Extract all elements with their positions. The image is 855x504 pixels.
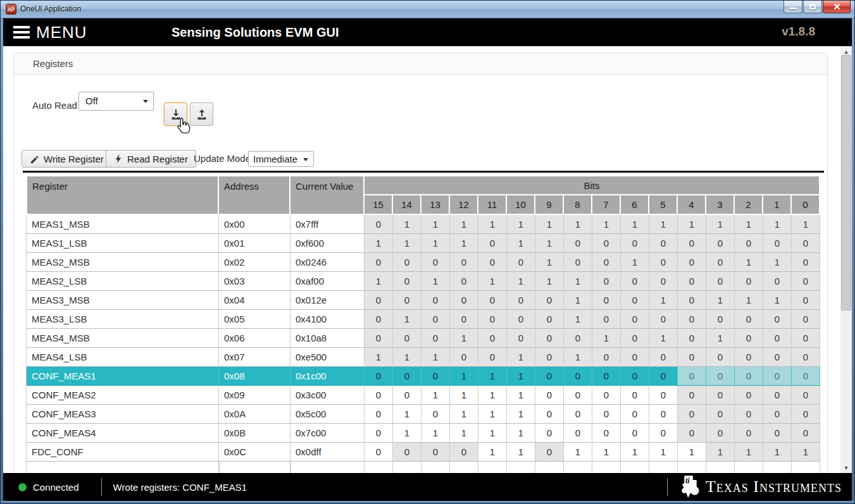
address-cell[interactable]: 0x06 <box>219 329 290 348</box>
bit-cell[interactable]: 1 <box>621 443 649 462</box>
bit-cell[interactable]: 0 <box>365 405 393 424</box>
scrollbar-thumb[interactable] <box>841 55 851 310</box>
bit-cell[interactable]: 0 <box>535 367 564 386</box>
bit-cell[interactable]: 1 <box>450 367 478 386</box>
address-cell[interactable]: 0x05 <box>219 310 290 329</box>
bit-cell[interactable]: 0 <box>393 386 421 405</box>
read-all-registers-button[interactable] <box>164 102 187 126</box>
address-cell[interactable]: 0x01 <box>219 234 290 253</box>
bit-cell[interactable]: 1 <box>507 386 535 405</box>
address-cell[interactable]: 0x02 <box>219 253 290 272</box>
bit-cell[interactable]: 1 <box>478 443 507 462</box>
close-button[interactable] <box>823 1 851 13</box>
table-row[interactable]: MEAS1_MSB0x000x7fff0111111111111111 <box>26 215 820 234</box>
table-row[interactable]: CONF_MEAS10x080x1c000001110000000000 <box>26 367 820 386</box>
bit-cell[interactable]: 0 <box>564 405 592 424</box>
address-cell[interactable]: 0x03 <box>219 272 290 291</box>
current-value-cell[interactable]: 0x012e <box>290 291 365 310</box>
vertical-scrollbar[interactable]: ▲ ▼ <box>840 46 852 473</box>
current-value-cell[interactable]: 0x10a8 <box>290 329 365 348</box>
bit-cell[interactable]: 0 <box>621 424 649 443</box>
register-name-cell[interactable]: MEAS2_MSB <box>26 253 219 272</box>
register-name-cell[interactable]: MEAS3_MSB <box>26 291 219 310</box>
bit-cell[interactable]: 0 <box>621 386 649 405</box>
current-value-cell[interactable]: 0x7c00 <box>290 424 365 443</box>
current-value-cell[interactable]: 0x3c00 <box>290 386 365 405</box>
update-mode-select[interactable]: Immediate <box>248 151 314 167</box>
current-value-cell[interactable]: 0x1c00 <box>290 367 365 386</box>
address-cell[interactable]: 0x08 <box>219 367 290 386</box>
address-cell[interactable]: 0x09 <box>219 386 290 405</box>
hamburger-menu-icon[interactable] <box>13 26 30 39</box>
bit-cell[interactable]: 1 <box>507 424 535 443</box>
table-row[interactable]: MEAS4_MSB0x060x10a80001000010101000 <box>26 329 820 348</box>
bit-cell[interactable]: 1 <box>393 424 421 443</box>
auto-read-select[interactable]: Off <box>78 92 154 111</box>
current-value-cell[interactable]: 0xe500 <box>290 348 365 367</box>
bit-cell[interactable]: 1 <box>478 424 507 443</box>
table-row[interactable]: CONF_MEAS30x0A0x5c000101110000000000 <box>26 405 820 424</box>
register-name-cell[interactable]: MEAS4_LSB <box>26 348 219 367</box>
address-cell[interactable]: 0x00 <box>219 215 290 234</box>
bit-cell[interactable]: 1 <box>450 424 478 443</box>
bit-cell[interactable]: 0 <box>564 424 592 443</box>
table-row[interactable]: MEAS3_LSB0x050x41000100000100000000 <box>26 310 820 329</box>
bit-cell[interactable]: 1 <box>393 405 421 424</box>
bit-cell[interactable]: 0 <box>649 405 678 424</box>
bit-cell[interactable]: 0 <box>535 386 564 405</box>
bit-cell[interactable]: 1 <box>478 386 507 405</box>
current-value-cell[interactable]: 0x5c00 <box>290 405 365 424</box>
current-value-cell[interactable]: 0xaf00 <box>290 272 365 291</box>
bit-cell[interactable]: 0 <box>421 367 450 386</box>
bit-cell[interactable]: 0 <box>365 424 393 443</box>
table-row[interactable]: MEAS3_MSB0x040x012e0000000100101110 <box>26 291 820 310</box>
register-name-cell[interactable]: FDC_CONF <box>26 443 219 462</box>
register-name-cell[interactable]: CONF_MEAS1 <box>26 367 219 386</box>
address-cell[interactable]: 0x0A <box>219 405 290 424</box>
register-name-cell[interactable]: MEAS4_MSB <box>26 329 219 348</box>
bit-cell[interactable]: 0 <box>393 367 421 386</box>
bit-cell[interactable]: 0 <box>649 386 678 405</box>
address-cell[interactable]: 0x0B <box>219 424 290 443</box>
read-register-button[interactable]: Read Register <box>106 150 196 168</box>
menu-button[interactable]: MENU <box>36 23 87 42</box>
bit-cell[interactable]: 0 <box>421 405 450 424</box>
register-name-cell[interactable]: MEAS1_LSB <box>26 234 219 253</box>
bit-cell[interactable]: 0 <box>621 405 649 424</box>
register-name-cell[interactable]: CONF_MEAS2 <box>26 386 219 405</box>
bit-cell[interactable]: 0 <box>621 367 649 386</box>
minimize-button[interactable] <box>783 1 802 13</box>
current-value-cell[interactable]: 0x0246 <box>290 253 365 272</box>
bit-cell[interactable]: 0 <box>592 386 621 405</box>
current-value-cell[interactable]: 0x4100 <box>290 310 365 329</box>
bit-cell[interactable]: 0 <box>535 424 564 443</box>
current-value-cell[interactable]: 0x7fff <box>290 215 365 234</box>
bit-cell[interactable]: 1 <box>678 443 706 462</box>
address-cell[interactable]: 0x07 <box>219 348 290 367</box>
bit-cell[interactable]: 0 <box>592 424 621 443</box>
table-row[interactable]: CONF_MEAS20x090x3c000011110000000000 <box>26 386 820 405</box>
bit-cell[interactable]: 1 <box>649 443 678 462</box>
bit-cell[interactable]: 1 <box>592 443 621 462</box>
table-row[interactable]: MEAS2_LSB0x030xaf001010111100000000 <box>26 272 820 291</box>
maximize-button[interactable] <box>803 1 822 13</box>
bit-cell[interactable]: 0 <box>365 443 393 462</box>
bit-cell[interactable]: 0 <box>564 386 592 405</box>
bit-cell[interactable]: 1 <box>450 386 478 405</box>
bit-cell[interactable]: 0 <box>592 367 621 386</box>
bit-cell[interactable]: 1 <box>421 386 450 405</box>
table-row[interactable]: FDC_CONF0x0C0x0dff0000110111111111 <box>26 443 820 462</box>
write-all-registers-button[interactable] <box>190 102 213 126</box>
register-name-cell[interactable]: MEAS1_MSB <box>26 215 219 234</box>
bit-cell[interactable]: 1 <box>564 443 592 462</box>
register-name-cell[interactable]: CONF_MEAS3 <box>26 405 219 424</box>
bit-cell[interactable]: 0 <box>649 424 678 443</box>
write-register-button[interactable]: Write Register <box>22 150 112 168</box>
bit-cell[interactable]: 1 <box>507 405 535 424</box>
bit-cell[interactable]: 1 <box>478 405 507 424</box>
address-cell[interactable]: 0x0C <box>219 443 290 462</box>
scroll-down-arrow-icon[interactable]: ▼ <box>840 462 852 473</box>
bit-cell[interactable]: 1 <box>507 367 535 386</box>
register-name-cell[interactable]: MEAS3_LSB <box>26 310 219 329</box>
bit-cell[interactable]: 0 <box>365 386 393 405</box>
